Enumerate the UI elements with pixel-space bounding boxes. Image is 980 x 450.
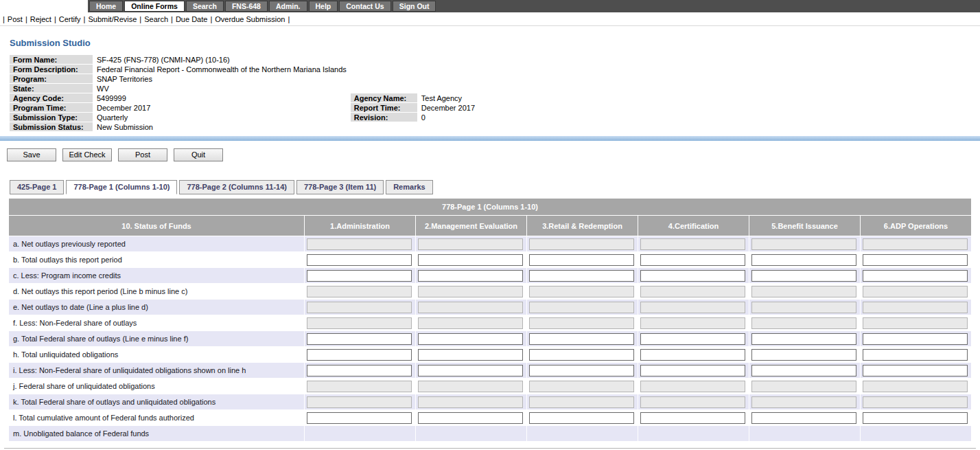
nav-item-help[interactable]: Help <box>309 1 338 12</box>
input-d-col1 <box>307 286 412 297</box>
input-h-col1[interactable] <box>307 349 412 361</box>
action-link-reject[interactable]: Reject <box>27 15 54 23</box>
grid-cell-k-1 <box>305 394 415 409</box>
details-value: SF-425 (FNS-778) (CNMI-NAP) (10-16) <box>93 55 350 64</box>
tab-425-page-1[interactable]: 425-Page 1 <box>10 180 64 194</box>
col-header-4-certification: 4.Certification <box>638 216 749 236</box>
input-b-col5[interactable] <box>751 254 856 266</box>
input-b-col1[interactable] <box>307 254 412 266</box>
input-h-col4[interactable] <box>640 349 745 361</box>
grid-row-f: f. Less: Non-Federal share of outlays <box>9 315 971 330</box>
grid-cell-i-2 <box>416 363 526 378</box>
col-header-2-management-evaluation: 2.Management Evaluation <box>416 216 526 236</box>
nav-item-fns-648[interactable]: FNS-648 <box>225 1 268 12</box>
input-h-col6[interactable] <box>863 349 968 361</box>
input-g-col1[interactable] <box>307 333 412 345</box>
page-title: Submission Studio <box>10 38 980 48</box>
nav-item-search[interactable]: Search <box>186 1 224 12</box>
input-g-col2[interactable] <box>418 333 523 345</box>
details-empty-cell <box>351 122 417 131</box>
grid-cell-c-3 <box>527 268 638 283</box>
input-l-col5[interactable] <box>751 412 856 424</box>
input-g-col6[interactable] <box>863 333 968 345</box>
input-b-col6[interactable] <box>863 254 968 266</box>
details-empty-cell <box>418 122 638 131</box>
input-j-col6 <box>863 381 968 392</box>
grid-cell-f-5 <box>749 315 860 330</box>
grid-row-l: l. Total cumulative amount of Federal fu… <box>9 410 971 425</box>
input-a-col3 <box>529 238 634 250</box>
input-h-col5[interactable] <box>751 349 856 361</box>
col-header-1-administration: 1.Administration <box>305 216 415 236</box>
quit-button[interactable]: Quit <box>174 148 223 161</box>
grid-cell-g-1 <box>305 331 415 346</box>
grid-cell-g-6 <box>861 331 971 346</box>
grid-cell-g-2 <box>416 331 526 346</box>
input-i-col3[interactable] <box>529 365 634 376</box>
action-link-due-date[interactable]: Due Date <box>173 15 210 23</box>
input-l-col1[interactable] <box>307 412 412 424</box>
input-g-col5[interactable] <box>751 333 856 345</box>
details-value: WV <box>93 84 350 93</box>
row-label-b: b. Total outlays this report period <box>9 252 304 267</box>
input-c-col3[interactable] <box>529 270 634 282</box>
input-h-col3[interactable] <box>529 349 634 361</box>
grid-group-header-row: 778-Page 1 (Columns 1-10) <box>9 199 971 215</box>
input-d-col5 <box>751 286 856 297</box>
action-link-submit-revise[interactable]: Submit/Revise <box>85 15 139 23</box>
grid-cell-c-4 <box>638 268 749 283</box>
input-l-col2[interactable] <box>418 412 523 424</box>
edit-check-button[interactable]: Edit Check <box>62 148 112 161</box>
nav-item-home[interactable]: Home <box>89 1 123 12</box>
details-empty-cell <box>418 84 638 93</box>
input-k-col1 <box>307 396 412 408</box>
details-value: Quarterly <box>93 113 350 122</box>
details-row-form-description: Form Description:Federal Financial Repor… <box>10 65 638 74</box>
input-b-col3[interactable] <box>529 254 634 266</box>
status-of-funds-grid: 778-Page 1 (Columns 1-10)10. Status of F… <box>8 198 972 442</box>
grid-cell-f-4 <box>638 315 749 330</box>
input-i-col6[interactable] <box>863 365 968 376</box>
action-link-overdue-submission[interactable]: Overdue Submission <box>212 15 288 23</box>
post-button[interactable]: Post <box>118 148 167 161</box>
col-header-3-retail-redemption: 3.Retail & Redemption <box>527 216 638 236</box>
grid-cell-j-3 <box>527 379 638 394</box>
input-k-col5 <box>751 396 856 408</box>
nav-item-admin[interactable]: Admin. <box>269 1 307 12</box>
tab-remarks[interactable]: Remarks <box>386 180 432 194</box>
input-i-col4[interactable] <box>640 365 745 376</box>
input-h-col2[interactable] <box>418 349 523 361</box>
input-c-col5[interactable] <box>751 270 856 282</box>
action-link-post[interactable]: Post <box>5 15 25 23</box>
input-c-col2[interactable] <box>418 270 523 282</box>
input-b-col4[interactable] <box>640 254 745 266</box>
save-button[interactable]: Save <box>7 148 56 161</box>
tab-778-page-3-item-11[interactable]: 778-Page 3 (Item 11) <box>296 180 384 194</box>
input-i-col1[interactable] <box>307 365 412 376</box>
grid-cell-k-6 <box>861 394 971 409</box>
input-g-col3[interactable] <box>529 333 634 345</box>
grid-cell-e-2 <box>416 300 526 315</box>
input-b-col2[interactable] <box>418 254 523 266</box>
action-link-search[interactable]: Search <box>141 15 171 23</box>
nav-item-sign-out[interactable]: Sign Out <box>393 1 436 12</box>
input-l-col6[interactable] <box>863 412 968 424</box>
nav-item-online-forms[interactable]: Online Forms <box>124 1 185 12</box>
nav-item-contact-us[interactable]: Contact Us <box>339 1 390 12</box>
input-c-col6[interactable] <box>863 270 968 282</box>
col-header-5-benefit-issuance: 5.Benefit Issuance <box>749 216 860 236</box>
input-c-col4[interactable] <box>640 270 745 282</box>
details-empty-cell <box>418 55 638 64</box>
details-label: Report Time: <box>351 103 417 112</box>
input-i-col2[interactable] <box>418 365 523 376</box>
input-l-col4[interactable] <box>640 412 745 424</box>
input-c-col1[interactable] <box>307 270 412 282</box>
action-link-certify[interactable]: Certify <box>56 15 84 23</box>
details-empty-cell <box>418 74 638 83</box>
input-l-col3[interactable] <box>529 412 634 424</box>
input-i-col5[interactable] <box>751 365 856 376</box>
row-label-h: h. Total unliquidated obligations <box>9 347 304 362</box>
input-g-col4[interactable] <box>640 333 745 345</box>
tab-778-page-1-columns-1-10[interactable]: 778-Page 1 (Columns 1-10) <box>66 180 177 194</box>
tab-778-page-2-columns-11-14[interactable]: 778-Page 2 (Columns 11-14) <box>179 180 294 194</box>
